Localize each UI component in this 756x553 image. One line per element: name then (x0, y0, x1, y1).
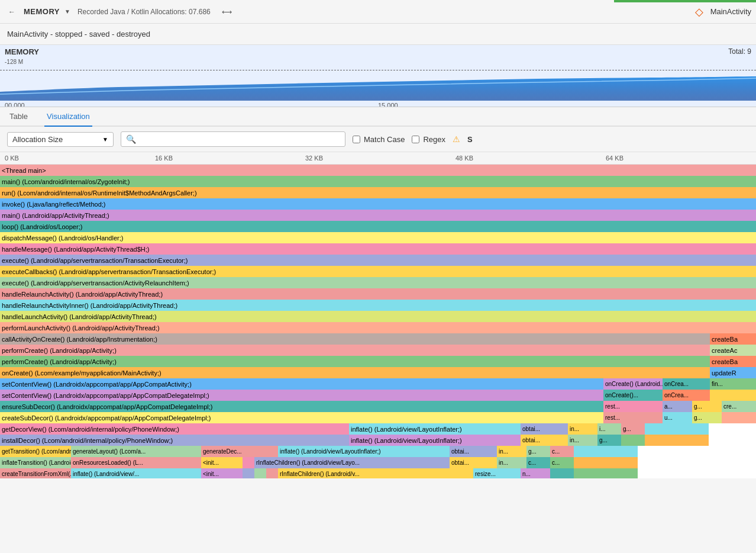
flame-cell-25e: g... (597, 435, 621, 446)
flame-row-11[interactable]: execute() (Landroid/app/servertransactio… (0, 277, 756, 288)
regex-group: Regex (412, 135, 445, 144)
flame-row-28[interactable]: createTransitionFromXml(... inflate() (L… (0, 468, 756, 478)
flame-row-24[interactable]: getDecorView() (Lcom/android/internal/po… (0, 423, 756, 435)
fit-button[interactable]: ⟷ (220, 5, 234, 19)
flame-row-12[interactable]: handleRelaunchActivity() (Landroid/app/A… (0, 288, 756, 300)
flame-cell-24c: obtai... (521, 423, 568, 435)
flame-cell-25a: installDecor() (Lcom/android/internal/po… (0, 435, 349, 446)
flame-cell-27g: in... (497, 457, 526, 468)
search-icon: 🔍 (126, 134, 136, 144)
flame-row-3[interactable]: run() (Lcom/android/internal/os/RuntimeI… (0, 187, 756, 198)
ruler-64kb: 64 KB (606, 155, 756, 162)
memory-scale: -128 M (0, 59, 756, 65)
flame-row-2[interactable]: main() (Lcom/android/internal/os/ZygoteI… (0, 176, 756, 187)
flame-cell-25c: obtai... (521, 435, 568, 446)
memory-total: Total: 9 (728, 47, 751, 56)
match-case-label: Match Case (364, 135, 405, 144)
flame-row-17[interactable]: performCreate() (Landroid/app/Activity;)… (0, 345, 756, 356)
flame-row-26[interactable]: getTransition() (Lcom/andr... generateLa… (0, 446, 756, 457)
flame-cell-14: handleLaunchActivity() (Landroid/app/Act… (0, 311, 756, 322)
flame-cell-23c: u... (663, 412, 692, 423)
flame-cell-26g: g... (526, 446, 550, 457)
flame-row-14[interactable]: handleLaunchActivity() (Landroid/app/Act… (0, 311, 756, 322)
flame-cell-3: run() (Lcom/android/internal/os/RuntimeI… (0, 187, 756, 198)
allocation-dropdown[interactable]: Allocation Size ▼ (7, 132, 114, 147)
flame-row-thread-main[interactable]: <Thread main> (0, 165, 756, 176)
flame-cell-27b: onResourcesLoaded() (L... (71, 457, 201, 468)
match-case-group: Match Case (353, 135, 405, 144)
flame-cell-28j (550, 468, 574, 478)
regex-label: Regex (423, 135, 445, 144)
flame-cell-19a: onCreate() (Lcom/example/myapplication/M… (0, 367, 710, 378)
flame-cell-22c: a... (663, 401, 692, 412)
flame-row-23[interactable]: createSubDecor() (Landroidx/appcompat/ap… (0, 412, 756, 423)
flame-cell-20b: onCreate() (Landroid... (603, 378, 663, 390)
flame-cell-28c: <init... (201, 468, 243, 478)
search-input[interactable] (138, 135, 340, 143)
flame-row-18[interactable]: performCreate() (Landroid/app/Activity;)… (0, 356, 756, 367)
flame-cell-8: handleMessage() (Landroid/app/ActivityTh… (0, 243, 756, 255)
flame-cell-27a: inflateTransition() (Landroid... (0, 457, 71, 468)
flame-row-20[interactable]: setContentView() (Landroidx/appcompat/ap… (0, 378, 756, 390)
flame-cell-27h: c... (526, 457, 550, 468)
tab-visualization[interactable]: Visualization (44, 107, 92, 127)
memory-chart (0, 65, 756, 101)
flame-cell-28e (254, 468, 266, 478)
flame-row-27[interactable]: inflateTransition() (Landroid... onResou… (0, 457, 756, 468)
flame-row-5[interactable]: main() (Landroid/app/ActivityThread;) (0, 210, 756, 221)
flame-cell-28a: createTransitionFromXml(... (0, 468, 71, 478)
viz-area[interactable]: <Thread main> main() (Lcom/android/inter… (0, 165, 756, 478)
flame-row-8[interactable]: handleMessage() (Landroid/app/ActivityTh… (0, 243, 756, 255)
flame-row-22[interactable]: ensureSubDecor() (Landroidx/appcompat/ap… (0, 401, 756, 412)
flame-cell-28k (574, 468, 638, 478)
flame-cell-10: executeCallbacks() (Landroid/app/servert… (0, 266, 756, 277)
dropdown-arrow-icon: ▼ (102, 136, 108, 143)
flame-row-16[interactable]: callActivityOnCreate() (Landroid/app/Ins… (0, 333, 756, 345)
ruler-0kb: 0 KB (5, 155, 155, 162)
flame-row-19[interactable]: onCreate() (Lcom/example/myapplication/M… (0, 367, 756, 378)
flame-cell-27e: rInflateChildren() (Landroid/view/Layo..… (254, 457, 450, 468)
memory-dropdown[interactable]: ▼ (64, 8, 70, 15)
warning-icon: ⚠ (453, 134, 460, 144)
flame-cell-17b: createAc (710, 345, 756, 356)
flame-cell-27i: c... (550, 457, 574, 468)
regex-checkbox[interactable] (412, 136, 419, 143)
flame-cell-11: execute() (Landroid/app/servertransactio… (0, 277, 756, 288)
flame-cell-2: main() (Lcom/android/internal/os/ZygoteI… (0, 176, 756, 187)
back-button[interactable]: ← (5, 5, 19, 19)
flame-cell-28b: inflate() (Landroid/view/... (71, 468, 201, 478)
tab-table[interactable]: Table (7, 107, 30, 127)
flame-cell-24d: in... (568, 423, 597, 435)
flame-cell-25d: in... (568, 435, 597, 446)
flame-cell-28f (266, 468, 278, 478)
memory-timeline: 00.000 15.000 (0, 101, 756, 107)
time-start: 00.000 (5, 102, 25, 107)
flame-cell-25g (645, 435, 709, 446)
flame-cell-thread-main: <Thread main> (0, 165, 756, 176)
flame-row-21[interactable]: setContentView() (Landroidx/appcompat/ap… (0, 390, 756, 401)
status-text: MainActivity - stopped - saved - destroy… (7, 30, 150, 38)
flame-cell-28d (243, 468, 254, 478)
memory-wave-svg (0, 68, 756, 101)
activity-bar (614, 0, 756, 2)
flame-row-25[interactable]: installDecor() (Lcom/android/internal/po… (0, 435, 756, 446)
diamond-icon: ◇ (695, 5, 703, 18)
flame-row-7[interactable]: dispatchMessage() (Landroid/os/Handler;) (0, 232, 756, 243)
flame-cell-28g: rInflateChildren() (Landroid/v... (278, 468, 473, 478)
ruler-16kb: 16 KB (155, 155, 305, 162)
flame-cell-6: loop() (Landroid/os/Looper;) (0, 221, 756, 232)
flame-cell-7: dispatchMessage() (Landroid/os/Handler;) (0, 232, 756, 243)
flame-cell-22d: g... (692, 401, 722, 412)
flame-row-6[interactable]: loop() (Landroid/os/Looper;) (0, 221, 756, 232)
match-case-checkbox[interactable] (353, 136, 360, 143)
flame-cell-21b: onCreate()... (603, 390, 663, 401)
flame-row-15[interactable]: performLaunchActivity() (Landroid/app/Ac… (0, 322, 756, 333)
flame-row-4[interactable]: invoke() (Ljava/lang/reflect/Method;) (0, 198, 756, 210)
flame-cell-26i (574, 446, 638, 457)
top-bar: ← MEMORY ▼ Recorded Java / Kotlin Alloca… (0, 0, 756, 24)
allocation-dropdown-label: Allocation Size (12, 135, 63, 144)
flame-row-13[interactable]: handleRelaunchActivityInner() (Landroid/… (0, 300, 756, 311)
flame-row-10[interactable]: executeCallbacks() (Landroid/app/servert… (0, 266, 756, 277)
flame-row-9[interactable]: execute() (Landroid/app/servertransactio… (0, 255, 756, 266)
tabs-bar: Table Visualization (0, 107, 756, 127)
